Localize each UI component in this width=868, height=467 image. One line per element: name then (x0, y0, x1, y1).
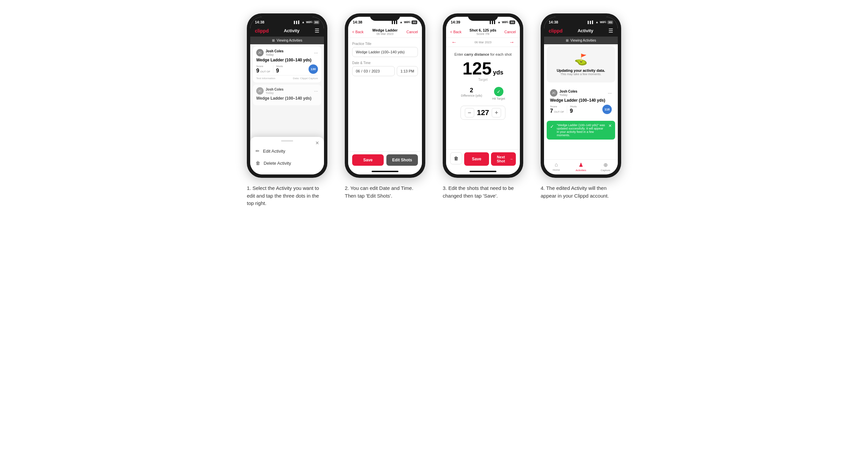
card-1-more-dots[interactable]: ··· (314, 50, 318, 55)
score-label: Score 7/9 (470, 32, 496, 36)
home-indicator-3 (446, 168, 520, 175)
avatar-1: JC (256, 49, 264, 56)
shot-navigation: ← 06 Mar 2023 → (446, 38, 520, 47)
cancel-button[interactable]: Cancel (406, 30, 418, 34)
phone-2-form-date: 06 Mar 2023 (372, 32, 398, 36)
date-time-row: 06 / 03 / 2023 1:13 PM (352, 66, 418, 76)
capture-tab-label: Capture (601, 169, 610, 172)
phone-2-notch (370, 13, 400, 21)
date-time-label: Date & Time (352, 61, 418, 65)
phone-4-container: 14:38 ▌▌▌ ▲ WiFi 3G clippd Activity ☰ (537, 13, 624, 199)
activities-icon: ♟ (579, 162, 583, 168)
toast-close-button[interactable]: ✕ (609, 123, 612, 128)
activity-card-4: JC Josh Coles Today ··· Wedge Ladder (10… (547, 87, 615, 117)
next-shot-arrow[interactable]: → (509, 39, 515, 45)
card-1-footer: Test Information Data: Clippd Capture (256, 75, 318, 80)
phone-2-header-center: Wedge Ladder 06 Mar 2023 (372, 28, 398, 36)
activity-card-2: JC Josh Coles Today ··· Wedge Ladder (10… (253, 85, 321, 105)
carry-label: Enter carry distance for each shot (455, 52, 512, 56)
delete-activity-item[interactable]: 🗑 Delete Activity (255, 157, 319, 169)
shot-quality-badge-1: 130 (309, 64, 318, 74)
menu-icon-4[interactable]: ☰ (609, 28, 613, 34)
header-date: 06 Mar 2023 (474, 40, 492, 44)
edit-icon: ✏ (255, 148, 259, 154)
clippd-logo-4: clippd (549, 28, 562, 34)
card-2-more-dots[interactable]: ··· (314, 88, 318, 94)
phone-2: 14:38 ▌▌▌ ▲ WiFi 3G < Back Wedge Ladder … (345, 13, 425, 178)
decrement-button[interactable]: − (465, 108, 474, 117)
card-2-header: JC Josh Coles Today ··· (256, 87, 318, 95)
shot-input-area: − 127 + (461, 106, 506, 120)
date-field[interactable]: 06 / 03 / 2023 (352, 66, 395, 76)
phone-3-cancel-button[interactable]: Cancel (504, 30, 516, 34)
card-2-date: Today (266, 91, 312, 95)
trash-icon: 🗑 (255, 160, 260, 166)
success-toast: ✓ "Wedge Ladder (100–140 yds)" was updat… (547, 121, 615, 139)
card-1-username: Josh Coles (266, 49, 312, 53)
shots-label-4: Shots (570, 105, 577, 108)
menu-icon[interactable]: ☰ (315, 28, 319, 34)
home-indicator-2 (348, 168, 422, 175)
edit-shots-button[interactable]: Edit Shots (386, 154, 418, 166)
back-button[interactable]: < Back (352, 30, 364, 34)
card-4-title: Wedge Ladder (100–140 yds) (550, 98, 612, 103)
trash-icon: 🗑 (454, 156, 459, 161)
shot-input-value[interactable]: 127 (477, 108, 489, 117)
time-field[interactable]: 1:13 PM (397, 66, 418, 76)
phone-1: 14:38 ▌▌▌ ▲ WiFi 3G clippd Activity ☰ (247, 13, 327, 178)
delete-shot-button[interactable]: 🗑 (450, 152, 462, 164)
viewing-activities-banner-4: ⊞ Viewing Activities (544, 37, 618, 44)
caption-3: 3. Edit the shots that need to be change… (443, 185, 523, 199)
phone-1-nav: clippd Activity ☰ (250, 26, 324, 37)
difference-value: 2 (461, 87, 482, 94)
loading-title: Updating your activity data. (557, 68, 605, 72)
caption-2: 2. You can edit Date and Time. Then tap … (345, 185, 425, 199)
shot-distance-display: Enter carry distance for each shot 125 y… (446, 47, 520, 149)
phone-4-screen: 14:38 ▌▌▌ ▲ WiFi 3G clippd Activity ☰ (544, 17, 618, 175)
difference-label: Difference (yds) (461, 94, 482, 97)
phone-3-container: 14:39 ▌▌▌ ▲ WiFi 3G < Back Shot 6, 125 y… (439, 13, 527, 199)
loading-area: ⛳ Updating your activity data. This may … (547, 46, 615, 83)
shot-metrics: 2 Difference (yds) ✓ Hit Target (461, 87, 505, 100)
phone-4: 14:38 ▌▌▌ ▲ WiFi 3G clippd Activity ☰ (541, 13, 621, 178)
phone-3-time: 14:39 (451, 20, 460, 24)
score-value: 9 (256, 68, 259, 74)
phone-2-status-icons: ▌▌▌ ▲ WiFi 3G (392, 21, 417, 24)
next-shot-button[interactable]: Next Shot → (491, 152, 516, 166)
shots-value: 9 (276, 68, 283, 74)
card-1-date: Today (266, 53, 312, 56)
phone-4-status-icons: ▌▌▌ ▲ WiFi 3G (588, 21, 613, 24)
prev-shot-arrow[interactable]: ← (452, 39, 457, 45)
sheet-close-button[interactable]: ✕ (315, 140, 319, 146)
save-button[interactable]: Save (352, 154, 384, 166)
phone-2-header: < Back Wedge Ladder 06 Mar 2023 Cancel (348, 26, 422, 38)
phone-3-back-button[interactable]: < Back (450, 30, 462, 34)
card-4-date: Today (559, 93, 606, 97)
form-buttons: Save Edit Shots (348, 151, 422, 168)
phone-3-notch (468, 13, 498, 21)
card-1-stats: Score 9 OUT OF Shots 9 (256, 64, 318, 74)
tab-home[interactable]: ⌂ Home (544, 162, 568, 172)
save-shot-button[interactable]: Save (464, 152, 489, 166)
viewing-activities-banner: ⊞ Viewing Activities (250, 37, 324, 44)
practice-title-input[interactable] (352, 47, 418, 57)
target-label: Target (478, 78, 488, 82)
tab-bar: ⌂ Home ♟ Activities ⊕ Capture (544, 159, 618, 175)
tab-capture[interactable]: ⊕ Capture (593, 162, 618, 172)
edit-activity-item[interactable]: ✏ Edit Activity (255, 145, 319, 157)
phone-1-time: 14:38 (255, 20, 264, 24)
card-4-more-dots[interactable]: ··· (608, 90, 612, 96)
activities-tab-label: Activities (576, 169, 586, 172)
home-icon: ⌂ (555, 162, 558, 168)
golf-flag-icon: ⛳ (574, 53, 588, 66)
card-4-username: Josh Coles (559, 90, 606, 93)
toast-message: "Wedge Ladder (100–140 yds)" was updated… (557, 123, 606, 137)
caption-1: 1. Select the Activity you want to edit … (247, 185, 327, 207)
increment-button[interactable]: + (492, 108, 501, 117)
score-label: Score (256, 65, 270, 68)
tab-activities[interactable]: ♟ Activities (568, 162, 593, 172)
shot-header-info: Shot 6, 125 yds Score 7/9 (470, 28, 496, 36)
avatar-2: JC (256, 87, 264, 95)
hit-target-metric: ✓ Hit Target (492, 87, 505, 100)
caption-4: 4. The edited Activity will then appear … (541, 185, 621, 199)
